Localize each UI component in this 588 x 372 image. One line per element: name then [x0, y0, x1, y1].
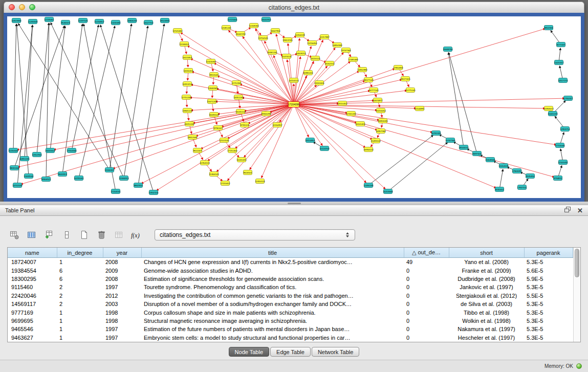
graph-node[interactable]: 16042194 — [235, 32, 246, 36]
graph-node[interactable]: 12751245 — [181, 95, 191, 100]
cell-year[interactable]: 2008 — [103, 258, 141, 267]
graph-edge[interactable] — [294, 104, 432, 133]
graph-node[interactable]: 11425317 — [554, 60, 564, 65]
column-header-name[interactable]: name — [8, 248, 57, 258]
graph-node[interactable]: 14850583 — [332, 43, 342, 48]
cell-in_degree[interactable]: 6 — [57, 275, 103, 283]
graph-node[interactable]: 9245402 — [495, 187, 504, 192]
graph-node[interactable]: 12490246 — [363, 183, 374, 188]
graph-node[interactable]: 17253412 — [220, 181, 230, 186]
graph-node[interactable]: 9735124 — [241, 123, 249, 127]
graph-edge[interactable] — [208, 104, 294, 161]
cell-pagerank[interactable]: 5.6E-5 — [524, 266, 573, 274]
float-panel-icon[interactable] — [564, 206, 571, 215]
cell-name[interactable]: 9465546 — [8, 325, 57, 333]
graph-node[interactable]: 9790147 — [214, 126, 223, 130]
cell-short[interactable]: Yano et al. (2008) — [449, 258, 524, 267]
graph-edge[interactable] — [288, 43, 294, 104]
graph-edge[interactable] — [388, 142, 448, 191]
cell-year[interactable]: 1997 — [103, 325, 141, 333]
table-row[interactable]: 1938455462009Genome-wide association stu… — [8, 266, 573, 274]
cell-name[interactable]: 22420046 — [8, 292, 57, 300]
minimize-window-button[interactable] — [19, 4, 25, 10]
graph-node[interactable]: 17204531 — [111, 189, 121, 194]
cell-out_degree[interactable]: 0 — [404, 325, 449, 333]
graph-node[interactable]: 13201616 — [314, 81, 324, 85]
graph-node[interactable]: 18524835 — [160, 18, 170, 23]
graph-node[interactable]: 12424094 — [206, 59, 216, 64]
column-header-year[interactable]: year — [103, 248, 141, 258]
cell-title[interactable]: Corpus callosum shape and size in male p… — [141, 308, 404, 316]
cell-name[interactable]: 14569117 — [8, 300, 57, 308]
graph-node[interactable]: 18304521 — [41, 177, 51, 182]
cell-short[interactable]: Nakamura et al. (1997) — [449, 325, 524, 333]
cell-short[interactable]: Dudbridge et al. (2008) — [449, 275, 524, 283]
graph-node[interactable]: 16934124 — [363, 147, 374, 152]
cell-short[interactable]: Jankovic et al. (1997) — [449, 283, 524, 291]
graph-edge[interactable] — [51, 23, 124, 178]
graph-node[interactable]: 14351245 — [233, 95, 244, 100]
graph-edge[interactable] — [17, 24, 29, 176]
table-scrollbar-thumb[interactable] — [575, 249, 579, 277]
graph-node[interactable]: 15234817 — [94, 19, 104, 24]
table-row[interactable]: 977716911998Corpus callosum shape and si… — [8, 308, 573, 316]
graph-node[interactable]: 19747344 — [341, 48, 351, 53]
graph-node[interactable]: 10674877 — [373, 98, 383, 103]
graph-node[interactable]: 12105432 — [558, 160, 568, 165]
cell-title[interactable]: Disruption of a novel member of a sodium… — [141, 300, 404, 308]
graph-node[interactable]: 9497324 — [473, 151, 482, 156]
graph-edge[interactable] — [294, 104, 309, 137]
cell-title[interactable]: Estimation of the future numbers of pati… — [141, 325, 404, 333]
graph-node[interactable]: 9277437 — [557, 42, 565, 47]
column-header-pagerank[interactable]: pagerank — [524, 248, 573, 258]
cell-out_degree[interactable]: 0 — [404, 283, 449, 291]
graph-edge[interactable] — [214, 63, 294, 104]
table-row[interactable]: 969969511998Structural magnetic resonanc… — [8, 317, 573, 325]
graph-node[interactable]: 14702039 — [12, 183, 23, 188]
cell-year[interactable]: 2003 — [103, 300, 141, 308]
cell-title[interactable]: Estimation of significance thresholds fo… — [141, 275, 404, 283]
graph-node[interactable]: 14154124 — [289, 78, 299, 83]
cell-title[interactable]: Investigating the contribution of common… — [141, 292, 404, 300]
graph-node[interactable]: 12240327 — [104, 168, 115, 172]
graph-node[interactable]: 9546323 — [61, 20, 70, 25]
cell-in_degree[interactable]: 1 — [57, 317, 103, 325]
graph-node[interactable]: 9862914 — [134, 183, 143, 188]
graph-node[interactable]: 18300295 — [261, 112, 271, 116]
cell-title[interactable]: Tourette syndrome. Phenomenology and cla… — [141, 283, 404, 291]
graph-node[interactable]: 12953714 — [560, 127, 570, 132]
graph-node[interactable]: 11240614 — [180, 42, 189, 47]
graph-node[interactable]: 15584913 — [119, 176, 129, 181]
graph-node[interactable]: 13754145 — [258, 36, 268, 40]
cell-pagerank[interactable]: 5.9E-5 — [524, 275, 573, 283]
zoom-window-button[interactable] — [29, 4, 35, 10]
table-row[interactable]: 2242004622012Investigating the contribut… — [8, 292, 573, 300]
show-columns-icon[interactable] — [26, 229, 38, 240]
graph-node[interactable]: 12254139 — [295, 33, 305, 37]
graph-node[interactable]: 17716046 — [555, 143, 565, 148]
graph-node[interactable]: 12081245 — [221, 26, 231, 30]
graph-node[interactable]: 16101424 — [355, 122, 365, 126]
column-header-title[interactable]: title — [141, 248, 404, 258]
graph-edge[interactable] — [448, 53, 464, 147]
graph-node[interactable]: 14850983 — [357, 68, 367, 72]
cell-out_degree[interactable]: 0 — [404, 334, 449, 342]
graph-node[interactable]: 18612045 — [187, 135, 198, 140]
graph-node[interactable]: 12513145 — [219, 138, 229, 143]
column-header-short[interactable]: short — [449, 248, 524, 258]
cell-out_degree[interactable]: 0 — [404, 292, 449, 300]
graph-node[interactable]: 16981010 — [303, 71, 313, 75]
graph-edge[interactable] — [138, 24, 164, 185]
graph-node[interactable]: 16093147 — [209, 113, 219, 117]
graph-node[interactable]: 17903297 — [512, 169, 522, 173]
table-row[interactable]: 1456911722003Disruption of a novel membe… — [8, 300, 573, 308]
graph-node[interactable]: 16055612 — [45, 148, 55, 153]
graph-node[interactable]: 10851245 — [19, 157, 30, 161]
graph-edge[interactable] — [294, 104, 556, 145]
graph-node[interactable]: 15364145 — [209, 172, 219, 177]
cell-pagerank[interactable]: 5.3E-5 — [524, 317, 573, 325]
graph-node[interactable]: 16647950 — [270, 29, 280, 33]
graph-node[interactable]: 9734811 — [554, 176, 562, 181]
tab-node-table[interactable]: Node Table — [229, 347, 269, 357]
graph-node[interactable]: 12204957 — [272, 123, 282, 127]
